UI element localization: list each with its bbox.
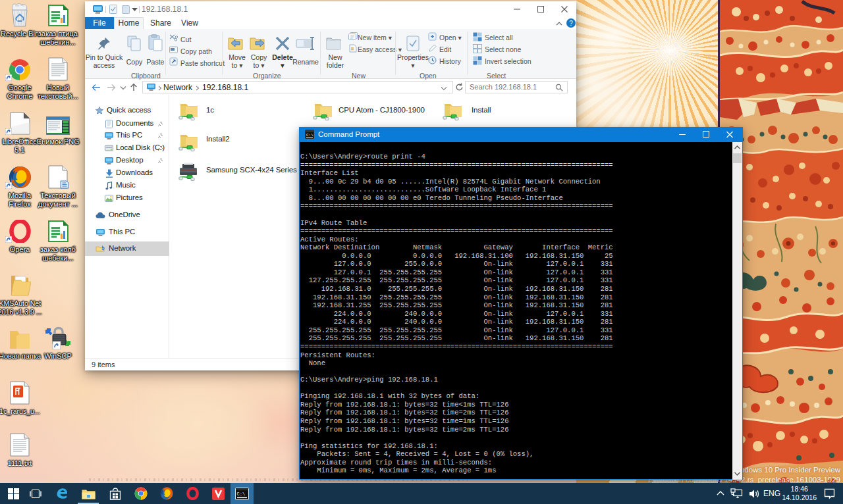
svg-text:C:\: C:\ xyxy=(306,133,313,138)
svg-text:C:\: C:\ xyxy=(236,491,245,497)
svg-text:?: ? xyxy=(569,20,573,27)
